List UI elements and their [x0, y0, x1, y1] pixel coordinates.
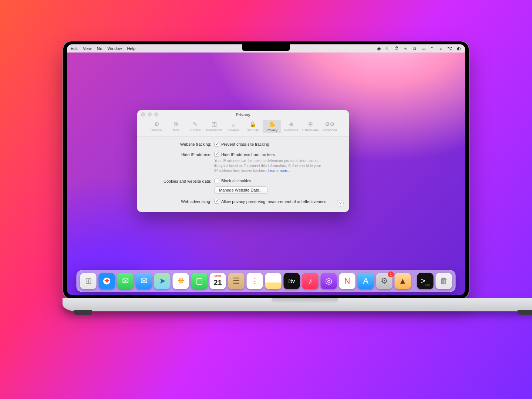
dock-podcasts[interactable]: ◎: [321, 273, 337, 289]
pencil-icon: ✎: [186, 121, 204, 128]
dock-settings[interactable]: ⚙1: [376, 273, 393, 289]
tab-search-label: Search: [224, 128, 243, 132]
photos-glyph: ❋: [178, 276, 184, 286]
lock-icon: 🔒: [243, 121, 262, 128]
dock-news[interactable]: N: [339, 273, 356, 289]
tab-privacy[interactable]: ✋ Privacy: [263, 120, 281, 133]
menubar-right: ◉ ☾ ⏱ ⍟ ⧉ ▭ ⌃ ⌕ ⌥ ◐: [376, 46, 461, 51]
dock-photos[interactable]: ❋: [173, 273, 189, 289]
menu-help[interactable]: Help: [127, 46, 135, 51]
laptop-frame: Edit View Go Window Help ◉ ☾ ⏱ ⍟ ⧉ ▭ ⌃ ⌕…: [63, 41, 469, 311]
laptop-foot-right: [518, 310, 532, 315]
cleanmymac-glyph: ▲: [399, 276, 407, 286]
menu-edit[interactable]: Edit: [71, 46, 78, 51]
minimize-button[interactable]: [148, 112, 152, 116]
checkbox-block-cookies[interactable]: Block all cookies: [214, 179, 251, 183]
dock-terminal[interactable]: >_: [417, 273, 434, 289]
dock-facetime[interactable]: ▢: [191, 273, 208, 289]
close-button[interactable]: [141, 112, 145, 116]
menu-window[interactable]: Window: [107, 46, 122, 51]
tab-extensions[interactable]: ⊞ Extensions: [301, 120, 320, 133]
tab-security[interactable]: 🔒 Security: [243, 120, 262, 133]
preferences-toolbar: ⚙ General ⧉ Tabs ✎ AutoFill ⚿ Passwords: [137, 119, 349, 136]
settings-glyph: ⚙: [381, 276, 388, 286]
tab-websites[interactable]: ⊕ Websites: [282, 120, 300, 133]
messages-glyph: ✉: [122, 276, 129, 286]
status-record-icon[interactable]: ◉: [376, 46, 381, 51]
dock-maps[interactable]: ➤: [154, 273, 171, 289]
label-website-tracking: Website tracking:: [145, 142, 211, 146]
status-copy-icon[interactable]: ⧉: [412, 46, 417, 51]
checkbox-label: Allow privacy-preserving measurement of …: [221, 199, 326, 204]
label-hide-ip: Hide IP address:: [145, 152, 211, 157]
tab-passwords-label: Passwords: [205, 128, 223, 132]
tab-general[interactable]: ⚙ General: [147, 120, 166, 133]
window-traffic-lights: [141, 112, 158, 116]
status-wifi-icon[interactable]: ⌃: [430, 46, 435, 51]
news-glyph: N: [344, 276, 350, 286]
dock-music[interactable]: ♪: [302, 273, 319, 289]
tab-advanced-label: Advanced: [320, 128, 339, 132]
manage-website-data-button[interactable]: Manage Website Data...: [214, 186, 267, 194]
tab-passwords[interactable]: ⚿ Passwords: [205, 120, 223, 133]
checkbox-prevent-cross-site[interactable]: Prevent cross-site tracking: [214, 142, 269, 147]
status-moon-icon[interactable]: ☾: [385, 46, 390, 51]
puzzle-icon: ⊞: [301, 121, 320, 128]
label-cookies: Cookies and website data:: [145, 179, 211, 183]
dock-separator: [414, 273, 414, 289]
tab-tabs-label: Tabs: [166, 128, 185, 132]
calendar-month-label: MAR: [210, 274, 226, 277]
help-button[interactable]: ?: [337, 200, 344, 207]
tabs-icon: ⧉: [166, 121, 185, 128]
notch: [242, 44, 290, 51]
tab-extensions-label: Extensions: [301, 128, 320, 132]
checkbox-ad-measurement[interactable]: Allow privacy-preserving measurement of …: [214, 199, 326, 204]
row-web-advertising: Web advertising: Allow privacy-preservin…: [145, 199, 341, 204]
preferences-body: Website tracking: Prevent cross-site tra…: [137, 136, 349, 212]
tab-tabs[interactable]: ⧉ Tabs: [166, 120, 185, 133]
dock-safari[interactable]: ✦: [99, 273, 115, 289]
dock-calendar[interactable]: MAR21: [210, 273, 226, 289]
maps-glyph: ➤: [159, 276, 166, 286]
dock-cleanmymac[interactable]: ▲: [395, 273, 411, 289]
gears-icon: ⚙⚙: [320, 121, 339, 128]
tab-security-label: Security: [243, 128, 262, 132]
status-clock-icon[interactable]: ⏱: [394, 46, 399, 51]
checkbox-icon: [214, 179, 219, 183]
learn-more-link[interactable]: Learn more...: [268, 169, 290, 173]
checkbox-label: Prevent cross-site tracking: [221, 142, 269, 146]
menu-view[interactable]: View: [83, 46, 92, 51]
appstore-glyph: A: [363, 276, 368, 286]
laptop-foot-left: [74, 310, 92, 315]
menu-go[interactable]: Go: [97, 46, 102, 51]
dock-launchpad[interactable]: ⊞: [80, 273, 97, 289]
status-siri-icon[interactable]: ◐: [456, 46, 461, 51]
dock-reminders[interactable]: ⋮: [247, 273, 263, 289]
tab-advanced[interactable]: ⚙⚙ Advanced: [320, 120, 339, 133]
dock-contacts[interactable]: ☰: [228, 273, 245, 289]
dock-mail[interactable]: ✉: [136, 273, 152, 289]
row-website-tracking: Website tracking: Prevent cross-site tra…: [145, 142, 341, 147]
checkbox-hide-ip[interactable]: Hide IP address from trackers: [214, 152, 275, 157]
dock-notes[interactable]: [265, 273, 282, 289]
status-control-icon[interactable]: ⌥: [447, 46, 452, 51]
window-titlebar[interactable]: Privacy: [137, 110, 349, 119]
status-battery-icon[interactable]: ▭: [421, 46, 426, 51]
tab-search[interactable]: ⌕ Search: [224, 120, 243, 133]
trash-glyph: 🗑: [440, 276, 448, 286]
dock-appstore[interactable]: A: [358, 273, 374, 289]
checkbox-icon: [214, 152, 219, 157]
tab-general-label: General: [147, 128, 166, 132]
checkbox-label: Block all cookies: [221, 179, 251, 183]
dock-messages[interactable]: ✉: [117, 273, 134, 289]
safari-preferences-window: Privacy ⚙ General ⧉ Tabs ✎ AutoFill: [137, 110, 349, 212]
status-search-icon[interactable]: ⌕: [438, 46, 444, 51]
desktop: Edit View Go Window Help ◉ ☾ ⏱ ⍟ ⧉ ▭ ⌃ ⌕…: [67, 44, 465, 295]
dock-tv[interactable]: tv: [284, 273, 300, 289]
dock-badge: 1: [388, 271, 394, 277]
dock-trash[interactable]: 🗑: [436, 273, 452, 289]
zoom-button[interactable]: [154, 112, 158, 116]
tab-autofill[interactable]: ✎ AutoFill: [186, 120, 204, 133]
laptop-screen-bezel: Edit View Go Window Help ◉ ☾ ⏱ ⍟ ⧉ ▭ ⌃ ⌕…: [63, 41, 469, 300]
status-user-icon[interactable]: ⍟: [403, 46, 408, 51]
